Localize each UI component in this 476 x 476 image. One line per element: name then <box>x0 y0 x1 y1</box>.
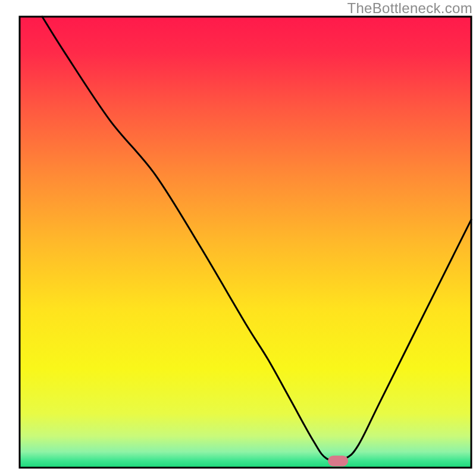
chart-background <box>20 17 471 468</box>
optimal-point-marker <box>328 456 348 466</box>
bottleneck-chart <box>0 0 476 476</box>
watermark-text: TheBottleneck.com <box>347 0 472 17</box>
